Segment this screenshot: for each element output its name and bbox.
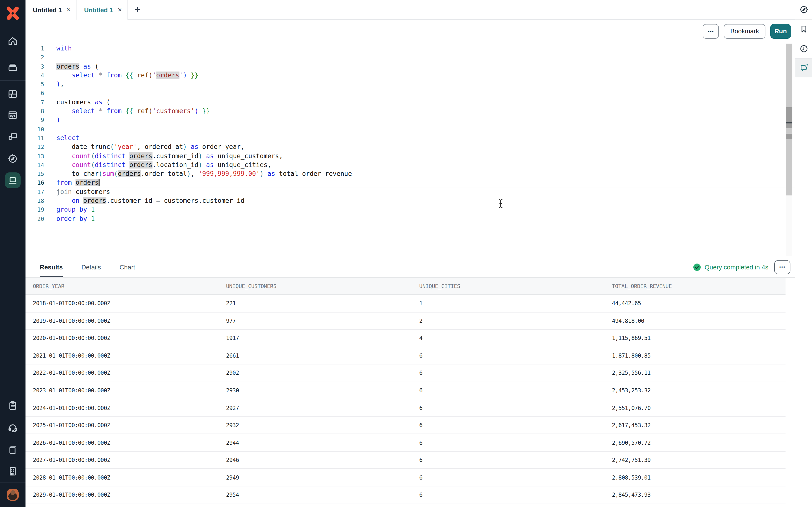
- user-avatar[interactable]: [7, 489, 19, 501]
- success-check-icon: [693, 263, 701, 271]
- results-table-header: ORDER_YEARUNIQUE_CUSTOMERSUNIQUE_CITIEST…: [26, 278, 785, 295]
- table-cell: 1: [419, 300, 612, 307]
- line-number: 12: [26, 143, 47, 152]
- close-tab-icon[interactable]: ✕: [117, 7, 122, 13]
- code-line-18[interactable]: 18 on orders.customer_id = customers.cus…: [26, 196, 795, 206]
- code-line-10[interactable]: 10: [26, 125, 795, 134]
- table-row[interactable]: 2029-01-01T00:00:00.000Z295462,845,473.9…: [26, 487, 785, 504]
- sql-editor[interactable]: 1with23orders as (4 select * from {{ ref…: [26, 43, 795, 257]
- code-text: date_trunc('year', ordered_at) as order_…: [56, 143, 244, 152]
- app-logo-icon[interactable]: [5, 6, 20, 20]
- table-row[interactable]: 2019-01-01T00:00:00.000Z9772494,818.00: [26, 312, 785, 330]
- archive-icon[interactable]: [7, 61, 19, 73]
- tab-1[interactable]: Untitled 1✕: [26, 0, 77, 19]
- table-row[interactable]: 2023-01-01T00:00:00.000Z293062,453,253.3…: [26, 382, 785, 399]
- table-row[interactable]: 2018-01-01T00:00:00.000Z221144,442.65: [26, 295, 785, 312]
- tab-2[interactable]: Untitled 1✕: [77, 0, 128, 19]
- rightbar-clock-button[interactable]: [795, 39, 812, 59]
- code-line-14[interactable]: 14 count(distinct orders.location_id) as…: [26, 161, 795, 170]
- rightbar-bookmark-flag-button[interactable]: [795, 19, 812, 39]
- code-line-6[interactable]: 6: [26, 89, 795, 98]
- rightbar-ai-chat-button[interactable]: [795, 59, 812, 77]
- code-line-2[interactable]: 2: [26, 53, 795, 62]
- table-row[interactable]: 2026-01-01T00:00:00.000Z294462,690,570.7…: [26, 434, 785, 452]
- code-line-19[interactable]: 19group by 1: [26, 206, 795, 215]
- indent-guide: [57, 71, 57, 80]
- compass-icon[interactable]: [7, 153, 19, 165]
- results-tab-results[interactable]: Results: [40, 257, 63, 277]
- line-number: 1: [26, 44, 47, 53]
- more-options-button[interactable]: •••: [703, 24, 719, 39]
- new-tab-button[interactable]: +: [135, 5, 140, 14]
- code-line-17[interactable]: 17join customers: [26, 188, 795, 197]
- editor-scrollbar: [786, 43, 793, 256]
- line-number: 5: [26, 80, 47, 89]
- results-tab-chart[interactable]: Chart: [119, 257, 135, 277]
- run-button[interactable]: Run: [770, 24, 791, 39]
- code-line-1[interactable]: 1with: [26, 44, 795, 53]
- table-row[interactable]: 2030-01-01T00:00:00.000Z287961,841,049.3…: [26, 504, 785, 507]
- building-icon[interactable]: [7, 465, 19, 477]
- code-line-13[interactable]: 13 count(distinct orders.customer_id) as…: [26, 152, 795, 161]
- code-text: select * from {{ ref('orders') }}: [56, 71, 198, 80]
- code-line-9[interactable]: 9): [26, 116, 795, 125]
- indent-guide: [57, 143, 57, 152]
- compass-icon: [799, 5, 808, 14]
- code-line-12[interactable]: 12 date_trunc('year', ordered_at) as ord…: [26, 143, 795, 152]
- table-cell: 2949: [226, 474, 419, 481]
- laptop-icon[interactable]: [5, 172, 20, 188]
- table-row[interactable]: 2028-01-01T00:00:00.000Z294962,808,539.0…: [26, 469, 785, 487]
- indent-guide: [57, 107, 57, 116]
- results-tab-details[interactable]: Details: [82, 257, 101, 277]
- main-column: Untitled 1✕Untitled 1✕ + ••• Bookmark Ru…: [26, 0, 795, 507]
- table-cell: 2019-01-01T00:00:00.000Z: [33, 318, 226, 324]
- headset-icon[interactable]: [7, 422, 19, 434]
- bookmark-button[interactable]: Bookmark: [724, 24, 765, 39]
- column-header[interactable]: ORDER_YEAR: [33, 283, 226, 289]
- sidebar-divider: [0, 80, 26, 81]
- code-text: count(distinct orders.customer_id) as un…: [56, 152, 283, 161]
- code-line-8[interactable]: 8 select * from {{ ref('customers') }}: [26, 107, 795, 116]
- table-cell: 2028-01-01T00:00:00.000Z: [33, 474, 226, 481]
- table-row[interactable]: 2022-01-01T00:00:00.000Z290262,325,556.1…: [26, 364, 785, 382]
- code-line-20[interactable]: 20order by 1: [26, 214, 795, 223]
- table-row[interactable]: 2027-01-01T00:00:00.000Z294662,742,751.3…: [26, 452, 785, 469]
- dashboard-icon[interactable]: [7, 88, 19, 100]
- code-window-icon[interactable]: [7, 109, 19, 121]
- table-row[interactable]: 2025-01-01T00:00:00.000Z293262,617,453.3…: [26, 417, 785, 434]
- table-cell: 2,808,539.01: [612, 474, 785, 481]
- rightbar-compass-button[interactable]: [795, 0, 812, 19]
- table-row[interactable]: 2020-01-01T00:00:00.000Z191741,115,869.5…: [26, 330, 785, 347]
- book-icon[interactable]: [7, 444, 19, 456]
- table-cell: 2024-01-01T00:00:00.000Z: [33, 404, 226, 411]
- line-number: 10: [26, 125, 47, 134]
- home-icon[interactable]: [7, 35, 19, 47]
- code-line-15[interactable]: 15 to_char(sum(orders.order_total), '999…: [26, 169, 795, 178]
- code-line-7[interactable]: 7customers as (: [26, 98, 795, 107]
- close-tab-icon[interactable]: ✕: [66, 7, 70, 13]
- code-line-3[interactable]: 3orders as (: [26, 62, 795, 71]
- table-row[interactable]: 2021-01-01T00:00:00.000Z266161,871,800.8…: [26, 347, 785, 364]
- line-number: 16: [26, 178, 47, 188]
- code-line-16[interactable]: 16from orders: [26, 178, 795, 188]
- left-sidebar: [0, 0, 26, 507]
- column-header[interactable]: TOTAL_ORDER_REVENUE: [612, 283, 785, 289]
- line-number: 18: [26, 196, 47, 206]
- notebook-toolbar: ••• Bookmark Run: [26, 19, 795, 43]
- line-number: 7: [26, 98, 47, 107]
- column-header[interactable]: UNIQUE_CITIES: [419, 283, 612, 289]
- code-line-4[interactable]: 4 select * from {{ ref('orders') }}: [26, 71, 795, 80]
- column-header[interactable]: UNIQUE_CUSTOMERS: [226, 283, 419, 289]
- clipboard-icon[interactable]: [7, 400, 19, 411]
- windows-icon[interactable]: [7, 131, 19, 143]
- results-more-button[interactable]: •••: [774, 260, 791, 274]
- table-cell: 2026-01-01T00:00:00.000Z: [33, 439, 226, 446]
- ai-chat-icon: [799, 63, 808, 72]
- code-text: customers as (: [56, 98, 110, 107]
- line-number: 8: [26, 107, 47, 116]
- code-line-5[interactable]: 5),: [26, 80, 795, 89]
- code-line-11[interactable]: 11select: [26, 134, 795, 143]
- table-row[interactable]: 2024-01-01T00:00:00.000Z292762,551,076.7…: [26, 399, 785, 417]
- table-cell: 1917: [226, 335, 419, 342]
- line-number: 20: [26, 214, 47, 223]
